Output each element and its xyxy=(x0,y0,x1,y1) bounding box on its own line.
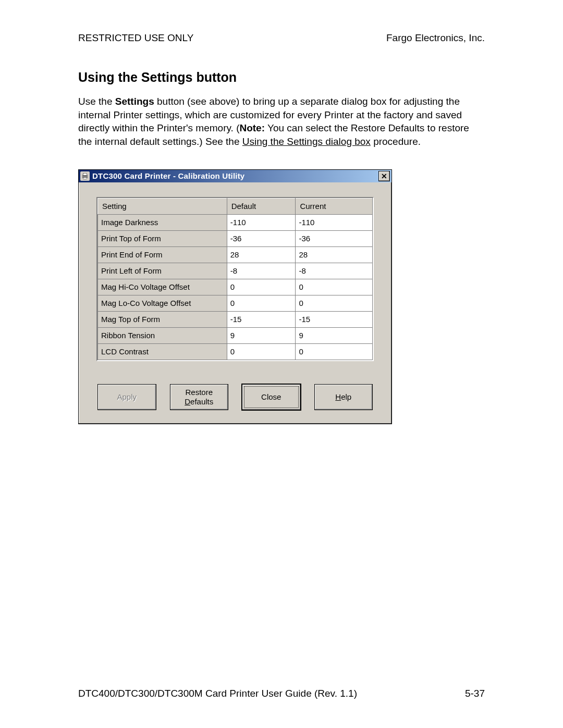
text: D xyxy=(185,397,190,406)
cell-current-value[interactable]: -36 xyxy=(296,230,373,246)
cell-setting-name: LCD Contrast xyxy=(98,343,227,360)
apply-button[interactable]: Apply xyxy=(97,384,156,410)
close-icon: ✕ xyxy=(381,172,387,180)
table-row[interactable]: Mag Hi-Co Voltage Offset00 xyxy=(98,279,373,295)
text-bold: Note: xyxy=(239,122,265,133)
button-label: Apply xyxy=(117,392,137,401)
help-button[interactable]: Help xyxy=(314,384,373,410)
header-company: Fargo Electronics, Inc. xyxy=(386,32,485,44)
footer-page-number: 5-37 xyxy=(465,688,485,699)
page-footer: DTC400/DTC300/DTC300M Card Printer User … xyxy=(78,688,485,699)
cell-default-value: 28 xyxy=(227,246,296,263)
col-setting[interactable]: Setting xyxy=(98,198,227,214)
text: Use the xyxy=(78,96,115,107)
cell-default-value: -36 xyxy=(227,230,296,246)
settings-table-wrap: Setting Default Current Image Darkness-1… xyxy=(96,197,374,361)
header-restricted: RESTRICTED USE ONLY xyxy=(78,32,193,44)
cell-setting-name: Print End of Form xyxy=(98,246,227,263)
svg-rect-2 xyxy=(83,177,87,179)
table-row[interactable]: LCD Contrast00 xyxy=(98,343,373,360)
close-button[interactable]: ✕ xyxy=(378,171,390,181)
cell-current-value[interactable]: 28 xyxy=(296,246,373,263)
col-default[interactable]: Default xyxy=(227,198,296,214)
close-dialog-button[interactable]: Close xyxy=(242,384,301,410)
table-row[interactable]: Image Darkness-110-110 xyxy=(98,214,373,230)
cell-default-value: 0 xyxy=(227,279,296,295)
table-row[interactable]: Print Top of Form-36-36 xyxy=(98,230,373,246)
document-page: RESTRICTED USE ONLY Fargo Electronics, I… xyxy=(0,0,563,728)
cell-default-value: 0 xyxy=(227,295,296,311)
cell-current-value[interactable]: 0 xyxy=(296,343,373,360)
text: procedure. xyxy=(371,136,421,147)
table-row[interactable]: Mag Lo-Co Voltage Offset00 xyxy=(98,295,373,311)
dialog-button-row: Apply Restore Defaults Close Help xyxy=(96,384,374,412)
intro-paragraph: Use the Settings button (see above) to b… xyxy=(78,95,485,149)
cell-default-value: 9 xyxy=(227,327,296,343)
cell-setting-name: Image Darkness xyxy=(98,214,227,230)
cell-setting-name: Mag Top of Form xyxy=(98,311,227,327)
cell-current-value[interactable]: -15 xyxy=(296,311,373,327)
cell-setting-name: Print Left of Form xyxy=(98,263,227,279)
cell-setting-name: Print Top of Form xyxy=(98,230,227,246)
cell-current-value[interactable]: -110 xyxy=(296,214,373,230)
dialog-titlebar[interactable]: DTC300 Card Printer - Calibration Utilit… xyxy=(79,170,391,182)
footer-doc-title: DTC400/DTC300/DTC300M Card Printer User … xyxy=(78,688,357,699)
table-row[interactable]: Mag Top of Form-15-15 xyxy=(98,311,373,327)
page-header: RESTRICTED USE ONLY Fargo Electronics, I… xyxy=(78,32,485,44)
cell-default-value: -8 xyxy=(227,263,296,279)
button-label: Help xyxy=(335,392,351,401)
svg-rect-1 xyxy=(83,173,87,175)
table-row[interactable]: Ribbon Tension99 xyxy=(98,327,373,343)
text: efaults xyxy=(190,397,213,406)
settings-table: Setting Default Current Image Darkness-1… xyxy=(97,198,373,360)
dialog-body: Setting Default Current Image Darkness-1… xyxy=(79,182,391,424)
text: H xyxy=(335,392,341,401)
section-heading: Using the Settings button xyxy=(78,70,485,85)
cell-current-value[interactable]: 9 xyxy=(296,327,373,343)
dialog-title: DTC300 Card Printer - Calibration Utilit… xyxy=(92,171,378,180)
cell-current-value[interactable]: 0 xyxy=(296,295,373,311)
restore-defaults-button[interactable]: Restore Defaults xyxy=(170,384,229,410)
cell-setting-name: Mag Hi-Co Voltage Offset xyxy=(98,279,227,295)
button-label: Restore Defaults xyxy=(185,388,213,406)
text: Restore xyxy=(185,388,213,397)
text-bold: Settings xyxy=(115,96,154,107)
text: elp xyxy=(341,392,351,401)
printer-icon xyxy=(80,171,90,181)
cell-default-value: 0 xyxy=(227,343,296,360)
button-label: Close xyxy=(261,392,281,401)
table-row[interactable]: Print Left of Form-8-8 xyxy=(98,263,373,279)
cell-setting-name: Mag Lo-Co Voltage Offset xyxy=(98,295,227,311)
link-settings-dialog[interactable]: Using the Settings dialog box xyxy=(242,136,371,147)
cell-current-value[interactable]: -8 xyxy=(296,263,373,279)
cell-setting-name: Ribbon Tension xyxy=(98,327,227,343)
col-current[interactable]: Current xyxy=(296,198,373,214)
calibration-dialog: DTC300 Card Printer - Calibration Utilit… xyxy=(78,169,392,424)
cell-default-value: -110 xyxy=(227,214,296,230)
cell-current-value[interactable]: 0 xyxy=(296,279,373,295)
cell-default-value: -15 xyxy=(227,311,296,327)
table-row[interactable]: Print End of Form2828 xyxy=(98,246,373,263)
table-header-row: Setting Default Current xyxy=(98,198,373,214)
